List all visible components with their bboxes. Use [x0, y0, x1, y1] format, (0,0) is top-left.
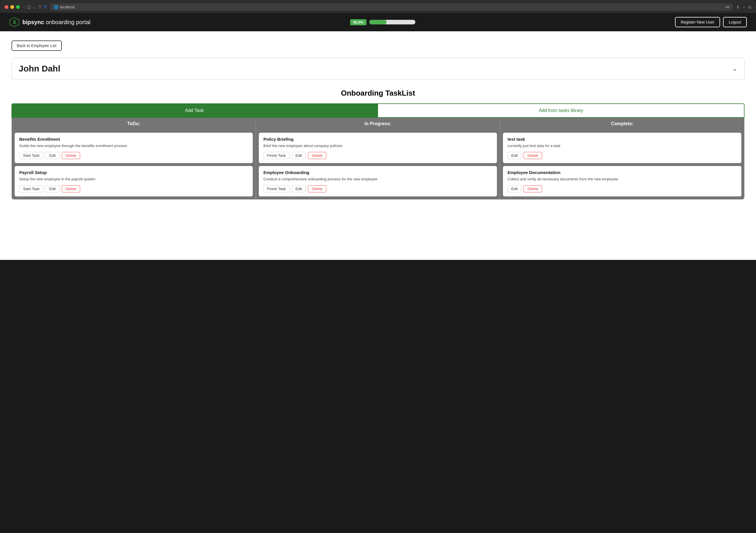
url-text: localhost: [60, 5, 75, 9]
new-tab-icon[interactable]: +: [743, 5, 745, 10]
logo-brand: bipsync: [22, 19, 44, 25]
in-progress-column-header: In Progress:: [256, 118, 500, 130]
task-card-benefits-enrollment: Benefits Enrollment Guide the new employ…: [14, 133, 253, 163]
grid-icon: ⠿: [38, 4, 41, 10]
tab-icon[interactable]: ⊡ ⌄: [27, 4, 36, 10]
add-from-library-button[interactable]: Add from tasks library: [377, 103, 744, 118]
back-to-employee-list-button[interactable]: Back to Employee List: [12, 40, 62, 51]
register-new-user-button[interactable]: Register New User: [675, 17, 720, 27]
task-desc-test-task: currently just test data for a task: [507, 143, 737, 148]
app-icon: h: [44, 4, 47, 10]
share-icon[interactable]: ⬆: [736, 5, 740, 10]
task-desc-employee-onboarding: Conduct a comprehensive onboarding proce…: [263, 176, 492, 182]
progress-bar-track: [369, 20, 415, 24]
minimize-button[interactable]: [10, 5, 14, 9]
task-card-employee-onboarding: Employee Onboarding Conduct a comprehens…: [259, 166, 497, 197]
edit-button-policy-briefing[interactable]: Edit: [292, 152, 306, 159]
edit-button-benefits-enrollment[interactable]: Edit: [46, 152, 60, 159]
task-buttons-payroll-setup: Start Task Edit Delete: [19, 185, 248, 192]
delete-button-test-task[interactable]: Delete: [524, 152, 542, 159]
task-buttons-employee-onboarding: Finish Task Edit Delete: [263, 185, 492, 192]
todo-column-header: ToDo:: [12, 118, 256, 130]
kanban-column-in-progress: In Progress: Policy Briefing Brief the n…: [256, 118, 500, 199]
chevron-down-icon: ⌄: [732, 65, 737, 72]
task-card-test-task: test task currently just test data for a…: [503, 133, 742, 163]
edit-button-employee-onboarding[interactable]: Edit: [292, 185, 306, 192]
task-title-employee-onboarding: Employee Onboarding: [263, 170, 492, 175]
add-task-button[interactable]: Add Task: [12, 103, 377, 118]
kanban-column-todo: ToDo: Benefits Enrollment Guide the new …: [12, 118, 256, 199]
task-buttons-benefits-enrollment: Start Task Edit Delete: [19, 152, 248, 159]
delete-button-employee-onboarding[interactable]: Delete: [308, 185, 326, 192]
edit-button-employee-documentation[interactable]: Edit: [507, 185, 521, 192]
browser-chrome: ‹ ⊡ ⌄ ⠿ h 🌐 localhost ••• ⬆ + ⧉: [0, 0, 756, 13]
employee-card[interactable]: John Dahl ⌄: [12, 58, 744, 80]
task-buttons-test-task: Edit Delete: [507, 152, 737, 159]
task-title-benefits-enrollment: Benefits Enrollment: [19, 137, 248, 142]
edit-button-test-task[interactable]: Edit: [507, 152, 521, 159]
close-button[interactable]: [5, 5, 8, 9]
address-bar[interactable]: 🌐 localhost •••: [50, 3, 733, 11]
task-desc-employee-documentation: Collect and verify all necessary documen…: [507, 176, 737, 182]
logo-suffix: onboarding portal: [44, 19, 91, 25]
tasklist-title: Onboarding TaskList: [12, 89, 744, 98]
complete-column-body: test task currently just test data for a…: [500, 130, 744, 199]
finish-task-button-employee-onboarding[interactable]: Finish Task: [263, 185, 289, 192]
header-buttons: Register New User Logout: [675, 17, 747, 27]
finish-task-button-policy-briefing[interactable]: Finish Task: [263, 152, 289, 159]
globe-icon: 🌐: [54, 5, 58, 9]
browser-nav: ‹ ⊡ ⌄ ⠿ h: [23, 4, 47, 10]
kanban-board: ToDo: Benefits Enrollment Guide the new …: [12, 118, 744, 200]
svg-text:♜: ♜: [13, 20, 16, 25]
task-buttons-employee-documentation: Edit Delete: [507, 185, 737, 192]
task-card-policy-briefing: Policy Briefing Brief the new employee a…: [259, 133, 497, 163]
app-header: ♜ bipsync onboarding portal 38.0% Regist…: [0, 13, 756, 31]
task-desc-payroll-setup: Setup the new employee in the payroll sy…: [19, 176, 248, 182]
delete-button-employee-documentation[interactable]: Delete: [524, 185, 542, 192]
delete-button-benefits-enrollment[interactable]: Delete: [62, 152, 80, 159]
tab-overview-icon[interactable]: ⧉: [748, 5, 751, 10]
task-actions: Add Task Add from tasks library: [12, 103, 744, 118]
in-progress-column-body: Policy Briefing Brief the new employee a…: [256, 130, 500, 199]
task-title-employee-documentation: Employee Documentation: [507, 170, 737, 175]
task-desc-policy-briefing: Brief the new employee about company pol…: [263, 143, 492, 148]
employee-name: John Dahl: [19, 64, 60, 73]
maximize-button[interactable]: [16, 5, 20, 9]
logo-area: ♜ bipsync onboarding portal: [9, 17, 91, 27]
kanban-column-complete: Complete: test task currently just test …: [500, 118, 744, 199]
start-task-button-benefits-enrollment[interactable]: Start Task: [19, 152, 43, 159]
progress-bar-fill: [369, 20, 387, 24]
back-icon[interactable]: ‹: [23, 5, 25, 10]
task-title-policy-briefing: Policy Briefing: [263, 137, 492, 142]
delete-button-policy-briefing[interactable]: Delete: [308, 152, 326, 159]
start-task-button-payroll-setup[interactable]: Start Task: [19, 185, 43, 192]
task-buttons-policy-briefing: Finish Task Edit Delete: [263, 152, 492, 159]
browser-actions: ⬆ + ⧉: [736, 5, 751, 10]
task-title-payroll-setup: Payroll Setup: [19, 170, 248, 175]
logout-button[interactable]: Logout: [723, 17, 747, 27]
task-card-employee-documentation: Employee Documentation Collect and verif…: [503, 166, 742, 197]
complete-column-header: Complete:: [500, 118, 744, 130]
app-wrapper: ♜ bipsync onboarding portal 38.0% Regist…: [0, 13, 756, 260]
progress-area: 38.0%: [350, 19, 415, 25]
traffic-lights: [5, 5, 20, 9]
edit-button-payroll-setup[interactable]: Edit: [46, 185, 60, 192]
more-icon[interactable]: •••: [726, 5, 730, 9]
task-card-payroll-setup: Payroll Setup Setup the new employee in …: [14, 166, 253, 197]
progress-label: 38.0%: [350, 19, 366, 25]
logo-icon: ♜: [9, 17, 19, 27]
task-desc-benefits-enrollment: Guide the new employee through the benef…: [19, 143, 248, 148]
logo-text: bipsync onboarding portal: [22, 19, 91, 26]
task-title-test-task: test task: [507, 137, 737, 142]
main-content: Back to Employee List John Dahl ⌄ Onboar…: [0, 31, 756, 209]
delete-button-payroll-setup[interactable]: Delete: [62, 185, 80, 192]
todo-column-body: Benefits Enrollment Guide the new employ…: [12, 130, 256, 199]
